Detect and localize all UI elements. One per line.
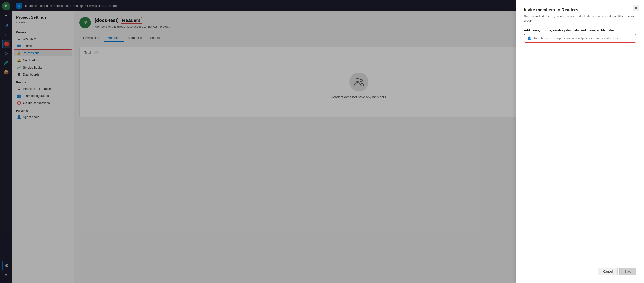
cancel-button[interactable]: Cancel: [598, 268, 618, 276]
search-users-input[interactable]: [533, 37, 633, 40]
modal-overlay: ✕ Invite members to Readers Search and a…: [0, 0, 644, 283]
modal-close-button[interactable]: ✕: [633, 5, 639, 11]
modal-subtitle: Search and add users, groups, service pr…: [524, 14, 636, 23]
modal-field-label: Add users, groups, service principals, a…: [524, 28, 636, 32]
search-container[interactable]: 👤: [524, 34, 636, 42]
modal-footer: Cancel Save: [524, 262, 636, 276]
invite-modal: ✕ Invite members to Readers Search and a…: [516, 0, 644, 283]
modal-title: Invite members to Readers: [524, 7, 636, 12]
save-button[interactable]: Save: [620, 268, 636, 276]
search-users-icon: 👤: [527, 36, 531, 40]
